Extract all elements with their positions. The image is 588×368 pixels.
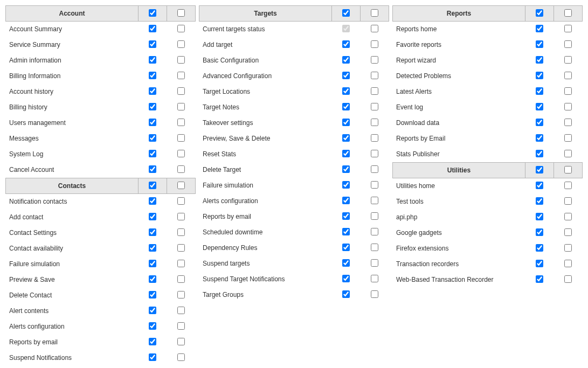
permission-checkbox-col1[interactable] (149, 165, 156, 173)
permission-checkbox-col1[interactable] (536, 87, 543, 95)
permission-checkbox-col2[interactable] (371, 56, 378, 64)
permission-checkbox-col1[interactable] (149, 307, 156, 314)
permission-checkbox-col1[interactable] (149, 134, 156, 142)
permission-checkbox-col2[interactable] (177, 165, 185, 173)
permission-checkbox-col1[interactable] (536, 213, 543, 220)
permission-checkbox-col1[interactable] (536, 275, 543, 283)
permission-checkbox-col2[interactable] (371, 87, 378, 95)
permission-checkbox-col2[interactable] (564, 150, 572, 157)
section-toggle-all-col2[interactable] (371, 9, 378, 17)
permission-checkbox-col2[interactable] (371, 165, 378, 173)
permission-checkbox-col2[interactable] (371, 103, 378, 110)
permission-checkbox-col1[interactable] (536, 260, 543, 267)
permission-checkbox-col2[interactable] (371, 119, 378, 126)
permission-checkbox-col2[interactable] (177, 275, 185, 283)
permission-checkbox-col2[interactable] (177, 307, 185, 314)
permission-checkbox-col1[interactable] (149, 197, 156, 205)
permission-checkbox-col2[interactable] (371, 197, 378, 204)
permission-checkbox-col2[interactable] (564, 275, 572, 283)
permission-checkbox-col2[interactable] (177, 291, 185, 298)
permission-checkbox-col1[interactable] (536, 197, 543, 205)
permission-checkbox-col2[interactable] (177, 213, 185, 220)
section-toggle-all-col2[interactable] (177, 9, 185, 17)
permission-checkbox-col2[interactable] (564, 87, 572, 95)
permission-checkbox-col1[interactable] (342, 212, 350, 220)
permission-checkbox-col2[interactable] (177, 119, 185, 126)
permission-checkbox-col1[interactable] (536, 56, 543, 64)
permission-checkbox-col2[interactable] (371, 290, 378, 298)
permission-checkbox-col1[interactable] (149, 322, 156, 330)
permission-checkbox-col1[interactable] (536, 119, 543, 126)
permission-checkbox-col1[interactable] (149, 213, 156, 220)
permission-checkbox-col1[interactable] (342, 87, 350, 95)
permission-checkbox-col1[interactable] (342, 119, 350, 126)
permission-checkbox-col2[interactable] (177, 25, 185, 32)
permission-checkbox-col1[interactable] (149, 353, 156, 361)
permission-checkbox-col1[interactable] (342, 150, 350, 157)
permission-checkbox-col2[interactable] (564, 260, 572, 267)
permission-checkbox-col2[interactable] (177, 260, 185, 267)
permission-checkbox-col1[interactable] (149, 103, 156, 110)
permission-checkbox-col2[interactable] (177, 103, 185, 110)
permission-checkbox-col2[interactable] (371, 259, 378, 267)
permission-checkbox-col1[interactable] (149, 25, 156, 32)
permission-checkbox-col2[interactable] (371, 40, 378, 48)
permission-checkbox-col1[interactable] (342, 259, 350, 267)
permission-checkbox-col1[interactable] (149, 87, 156, 95)
permission-checkbox-col1[interactable] (342, 275, 350, 282)
permission-checkbox-col2[interactable] (564, 72, 572, 79)
permission-checkbox-col1[interactable] (149, 275, 156, 283)
permission-checkbox-col1[interactable] (536, 72, 543, 79)
section-toggle-all-col1[interactable] (149, 182, 156, 189)
section-toggle-all-col1[interactable] (149, 9, 156, 17)
permission-checkbox-col2[interactable] (177, 56, 185, 64)
permission-checkbox-col1[interactable] (149, 291, 156, 298)
permission-checkbox-col2[interactable] (564, 182, 572, 189)
permission-checkbox-col2[interactable] (177, 322, 185, 330)
section-toggle-all-col1[interactable] (536, 9, 543, 17)
permission-checkbox-col1[interactable] (536, 182, 543, 189)
permission-checkbox-col2[interactable] (177, 40, 185, 48)
permission-checkbox-col2[interactable] (371, 275, 378, 282)
permission-checkbox-col1[interactable] (149, 260, 156, 267)
permission-checkbox-col1[interactable] (149, 72, 156, 79)
permission-checkbox-col2[interactable] (564, 134, 572, 142)
permission-checkbox-col2[interactable] (177, 150, 185, 157)
permission-checkbox-col1[interactable] (536, 150, 543, 157)
permission-checkbox-col1[interactable] (536, 244, 543, 252)
permission-checkbox-col1[interactable] (342, 290, 350, 298)
permission-checkbox-col2[interactable] (564, 197, 572, 205)
permission-checkbox-col2[interactable] (564, 56, 572, 64)
permission-checkbox-col2[interactable] (177, 244, 185, 252)
permission-checkbox-col1[interactable] (149, 150, 156, 157)
permission-checkbox-col1[interactable] (342, 56, 350, 64)
permission-checkbox-col1[interactable] (342, 228, 350, 235)
permission-checkbox-col1[interactable] (149, 119, 156, 126)
permission-checkbox-col1[interactable] (342, 72, 350, 79)
permission-checkbox-col1[interactable] (342, 197, 350, 204)
section-toggle-all-col1[interactable] (342, 9, 350, 17)
permission-checkbox-col2[interactable] (177, 338, 185, 345)
permission-checkbox-col2[interactable] (564, 244, 572, 252)
section-toggle-all-col1[interactable] (536, 166, 543, 173)
permission-checkbox-col1[interactable] (342, 40, 350, 48)
permission-checkbox-col2[interactable] (564, 103, 572, 110)
permission-checkbox-col2[interactable] (177, 87, 185, 95)
permission-checkbox-col1[interactable] (149, 56, 156, 64)
permission-checkbox-col2[interactable] (371, 134, 378, 142)
permission-checkbox-col2[interactable] (177, 197, 185, 205)
permission-checkbox-col2[interactable] (371, 72, 378, 79)
permission-checkbox-col1[interactable] (536, 103, 543, 110)
permission-checkbox-col2[interactable] (371, 228, 378, 235)
permission-checkbox-col1[interactable] (536, 40, 543, 48)
permission-checkbox-col2[interactable] (564, 228, 572, 236)
permission-checkbox-col1[interactable] (149, 228, 156, 236)
permission-checkbox-col2[interactable] (371, 244, 378, 251)
section-toggle-all-col2[interactable] (564, 9, 572, 17)
permission-checkbox-col1[interactable] (536, 228, 543, 236)
permission-checkbox-col2[interactable] (564, 25, 572, 32)
permission-checkbox-col2[interactable] (371, 212, 378, 220)
permission-checkbox-col2[interactable] (371, 150, 378, 157)
permission-checkbox-col1[interactable] (536, 134, 543, 142)
permission-checkbox-col1[interactable] (342, 134, 350, 142)
